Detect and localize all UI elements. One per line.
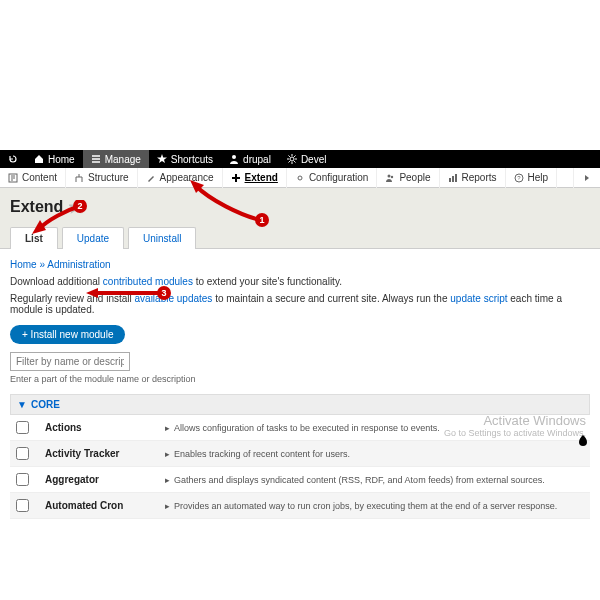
orientation-toggle[interactable] — [573, 168, 600, 188]
home-icon — [34, 154, 44, 164]
breadcrumb: Home » Administration — [10, 259, 590, 270]
module-name: Aggregator — [45, 474, 155, 485]
desc-1: Download additional contributed modules … — [10, 276, 590, 287]
user-icon — [229, 154, 239, 164]
module-checkbox[interactable] — [16, 421, 29, 434]
tab-extend[interactable]: Extend — [223, 168, 287, 188]
subtab-update[interactable]: Update — [62, 227, 124, 249]
module-desc: ▸Enables tracking of recent content for … — [165, 449, 584, 459]
module-row: Aggregator▸Gathers and displays syndicat… — [10, 467, 590, 493]
extend-icon — [231, 173, 241, 183]
section-core[interactable]: ▼CORE — [10, 394, 590, 415]
module-desc: ▸Provides an automated way to run cron j… — [165, 501, 584, 511]
breadcrumb-home[interactable]: Home — [10, 259, 37, 270]
user-link[interactable]: drupal — [221, 150, 279, 168]
reports-icon — [448, 173, 458, 183]
page-title: Extend — [10, 198, 590, 216]
update-script-link[interactable]: update script — [450, 293, 507, 304]
svg-point-5 — [391, 175, 393, 177]
people-icon — [385, 173, 395, 183]
tab-configuration[interactable]: Configuration — [287, 168, 377, 188]
menu-icon — [91, 154, 101, 164]
subtab-uninstall[interactable]: Uninstall — [128, 227, 196, 249]
contributed-modules-link[interactable]: contributed modules — [103, 276, 193, 287]
star-outline-icon[interactable] — [69, 200, 83, 214]
arrow-icon — [582, 173, 592, 183]
home-link[interactable]: Home — [26, 150, 83, 168]
tab-content[interactable]: Content — [0, 168, 66, 188]
breadcrumb-admin[interactable]: Administration — [47, 259, 110, 270]
windows-watermark: Activate Windows Go to Settings to activ… — [444, 413, 586, 438]
structure-icon — [74, 173, 84, 183]
available-updates-link[interactable]: available updates — [135, 293, 213, 304]
subtabs: List Update Uninstall — [10, 226, 590, 248]
svg-rect-7 — [452, 176, 454, 182]
svg-point-1 — [290, 157, 294, 161]
module-name: Activity Tracker — [45, 448, 155, 459]
svg-point-0 — [232, 155, 236, 159]
tab-help[interactable]: ? Help — [506, 168, 558, 188]
tab-people[interactable]: People — [377, 168, 439, 188]
config-icon — [295, 173, 305, 183]
tab-appearance[interactable]: Appearance — [138, 168, 223, 188]
gear-icon — [287, 154, 297, 164]
main-content: Home » Administration Download additiona… — [0, 249, 600, 529]
drupal-icon — [576, 434, 590, 448]
module-checkbox[interactable] — [16, 447, 29, 460]
content-icon — [8, 173, 18, 183]
page-header: Extend List Update Uninstall — [0, 188, 600, 249]
appearance-icon — [146, 173, 156, 183]
module-checkbox[interactable] — [16, 473, 29, 486]
svg-rect-6 — [449, 178, 451, 182]
module-row: Automated Cron▸Provides an automated way… — [10, 493, 590, 519]
module-desc: ▸Gathers and displays syndicated content… — [165, 475, 584, 485]
help-icon: ? — [514, 173, 524, 183]
subtab-list[interactable]: List — [10, 227, 58, 249]
svg-rect-8 — [455, 174, 457, 182]
star-icon — [157, 154, 167, 164]
module-row: Activity Tracker▸Enables tracking of rec… — [10, 441, 590, 467]
desc-2: Regularly review and install available u… — [10, 293, 590, 315]
filter-hint: Enter a part of the module name or descr… — [10, 374, 590, 384]
svg-point-3 — [298, 176, 302, 180]
shortcuts-link[interactable]: Shortcuts — [149, 150, 221, 168]
admin-menu: Content Structure Appearance Extend Conf… — [0, 168, 600, 188]
tab-structure[interactable]: Structure — [66, 168, 138, 188]
install-new-module-button[interactable]: + Install new module — [10, 325, 125, 344]
module-name: Actions — [45, 422, 155, 433]
module-name: Automated Cron — [45, 500, 155, 511]
devel-link[interactable]: Devel — [279, 150, 335, 168]
tab-reports[interactable]: Reports — [440, 168, 506, 188]
module-checkbox[interactable] — [16, 499, 29, 512]
svg-point-4 — [388, 174, 391, 177]
manage-toggle[interactable]: Manage — [83, 150, 149, 168]
filter-input[interactable] — [10, 352, 130, 371]
back-button[interactable] — [0, 150, 26, 168]
svg-text:?: ? — [517, 175, 521, 181]
toolbar-black: Home Manage Shortcuts drupal Devel — [0, 150, 600, 168]
chevron-down-icon: ▼ — [17, 399, 27, 410]
